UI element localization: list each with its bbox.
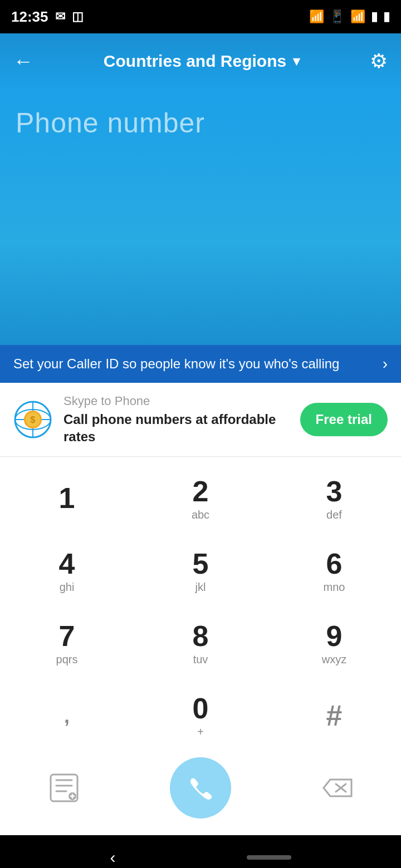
screen-icon: ◫ <box>72 9 84 24</box>
contacts-button[interactable] <box>42 766 86 810</box>
settings-button[interactable]: ⚙ <box>370 50 388 73</box>
vibrate-icon: 📱 <box>330 9 345 24</box>
dialpad-row-4: , 0 + # <box>0 679 401 752</box>
call-button[interactable] <box>170 757 231 818</box>
dialpad-row-3: 7 pqrs 8 tuv 9 wxyz <box>0 607 401 679</box>
phone-input-area: Phone number <box>0 89 401 345</box>
contacts-icon <box>48 772 80 803</box>
key-0[interactable]: 0 + <box>145 679 256 752</box>
key-8[interactable]: 8 tuv <box>145 607 256 679</box>
dialpad: 1 2 abc 3 def 4 ghi 5 jkl 6 mno 7 pqrs <box>0 457 401 835</box>
dialpad-action-row <box>0 752 401 830</box>
key-7[interactable]: 7 pqrs <box>11 607 123 679</box>
battery-icon: ▮ <box>383 9 390 24</box>
promo-bar: $ Skype to Phone Call phone numbers at a… <box>0 383 401 457</box>
key-3[interactable]: 3 def <box>278 462 390 535</box>
free-trial-button[interactable]: Free trial <box>300 403 388 436</box>
key-star[interactable]: , <box>11 679 123 752</box>
phone-number-display[interactable]: Phone number <box>16 107 385 140</box>
promo-label: Skype to Phone <box>63 394 289 408</box>
key-hash[interactable]: # <box>278 679 390 752</box>
phone-icon <box>187 774 214 802</box>
dialpad-row-1: 1 2 abc 3 def <box>0 462 401 535</box>
time-display: 12:35 <box>11 8 48 26</box>
chevron-right-icon: › <box>383 355 388 373</box>
message-icon: ✉ <box>55 9 65 24</box>
header-title: Countries and Regions <box>104 52 286 71</box>
system-nav-bar: ‹ <box>0 835 401 868</box>
caller-id-text: Set your Caller ID so people know it's y… <box>13 356 383 372</box>
key-1[interactable]: 1 <box>11 462 123 535</box>
status-bar: 12:35 ✉ ◫ 📶 📱 📶 ▮ ▮ <box>0 0 401 33</box>
system-back-button[interactable]: ‹ <box>110 848 116 867</box>
key-9[interactable]: 9 wxyz <box>278 607 390 679</box>
promo-text: Skype to Phone Call phone numbers at aff… <box>63 394 289 445</box>
wifi-icon: 📶 <box>350 9 365 24</box>
dialpad-row-2: 4 ghi 5 jkl 6 mno <box>0 535 401 607</box>
key-2[interactable]: 2 abc <box>145 462 256 535</box>
backspace-icon <box>320 774 354 802</box>
chevron-down-icon[interactable]: ▾ <box>293 53 300 69</box>
promo-description: Call phone numbers at affordable rates <box>63 411 289 445</box>
system-home-indicator[interactable] <box>247 855 291 860</box>
svg-text:$: $ <box>31 415 36 425</box>
key-5[interactable]: 5 jkl <box>145 535 256 607</box>
key-6[interactable]: 6 mno <box>278 535 390 607</box>
key-4[interactable]: 4 ghi <box>11 535 123 607</box>
bluetooth-icon: 📶 <box>309 9 324 24</box>
back-button[interactable]: ← <box>13 50 33 73</box>
skype-to-phone-icon: $ <box>13 400 52 439</box>
caller-id-banner[interactable]: Set your Caller ID so people know it's y… <box>0 345 401 383</box>
header: ← Countries and Regions ▾ ⚙ <box>0 33 401 89</box>
signal-icon: ▮ <box>371 9 378 24</box>
delete-button[interactable] <box>315 766 359 810</box>
